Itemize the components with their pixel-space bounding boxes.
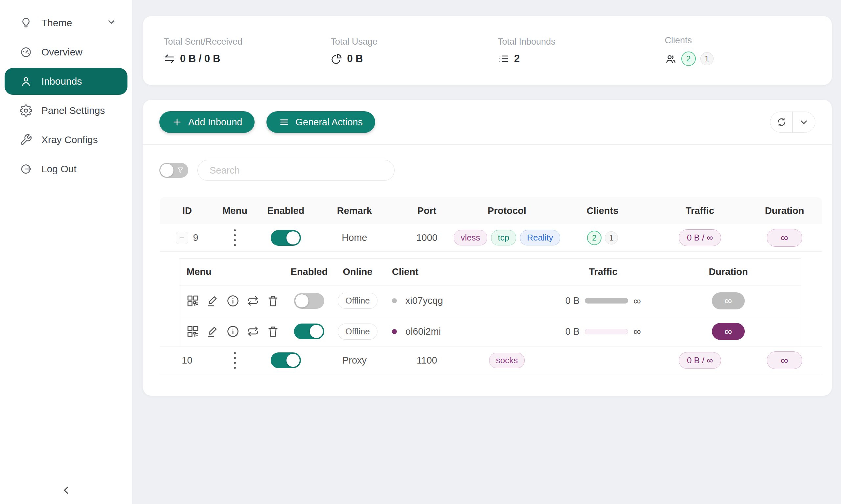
table-header-row: ID Menu Enabled Remark Port Protocol Cli… bbox=[160, 197, 822, 224]
user-icon bbox=[20, 75, 32, 88]
pie-chart-icon bbox=[331, 53, 343, 65]
client-status-dot bbox=[392, 329, 397, 334]
enabled-toggle[interactable] bbox=[271, 230, 301, 246]
qr-code-icon[interactable] bbox=[185, 293, 201, 308]
protocol-tag: vless bbox=[454, 230, 487, 246]
toggle-knob bbox=[287, 231, 299, 245]
sidebar-item-label: Log Out bbox=[41, 163, 76, 175]
inbound-id: 9 bbox=[193, 232, 198, 243]
toggle-knob bbox=[295, 294, 308, 307]
stat-clients: Clients 2 1 bbox=[665, 35, 832, 66]
sidebar-item-log-out[interactable]: Log Out bbox=[5, 156, 127, 182]
client-row-ol60i2mi: Offline ol60i2mi 0 B ∞ bbox=[179, 316, 801, 346]
sidebar-item-label: Inbounds bbox=[41, 76, 82, 87]
sidebar-item-theme[interactable]: Theme bbox=[5, 10, 127, 36]
sidebar-item-inbounds[interactable]: Inbounds bbox=[5, 68, 127, 95]
info-icon[interactable] bbox=[225, 293, 240, 308]
toggle-knob bbox=[310, 325, 323, 338]
inbounds-table: ID Menu Enabled Remark Port Protocol Cli… bbox=[160, 197, 822, 374]
logout-icon bbox=[20, 163, 32, 175]
sidebar-item-panel-settings[interactable]: Panel Settings bbox=[5, 97, 127, 124]
add-inbound-label: Add Inbound bbox=[188, 117, 242, 128]
clients-subtable: Menu Enabled Online Client Traffic Durat… bbox=[179, 258, 801, 346]
filter-toggle[interactable] bbox=[159, 163, 188, 178]
sidebar-item-label: Theme bbox=[41, 17, 72, 29]
cell-online: Offline bbox=[330, 293, 385, 309]
sidebar-item-label: Panel Settings bbox=[41, 105, 105, 116]
sub-header-menu: Menu bbox=[179, 267, 288, 277]
search-input[interactable] bbox=[198, 160, 395, 181]
sidebar-item-label: Overview bbox=[41, 47, 83, 58]
general-actions-button[interactable]: General Actions bbox=[267, 111, 375, 133]
stat-value: 0 B bbox=[347, 53, 363, 65]
lightbulb-icon bbox=[20, 17, 32, 29]
enabled-toggle[interactable] bbox=[271, 353, 301, 368]
cell-duration: ∞ bbox=[656, 323, 801, 340]
info-icon[interactable] bbox=[225, 324, 240, 339]
sidebar-item-xray-configs[interactable]: Xray Configs bbox=[5, 126, 127, 153]
cell-duration: ∞ bbox=[748, 229, 821, 247]
refresh-options-button[interactable] bbox=[793, 112, 815, 132]
stat-value: 0 B / 0 B bbox=[180, 53, 220, 65]
search-row bbox=[143, 145, 832, 181]
cell-online: Offline bbox=[330, 324, 385, 340]
traffic-used: 0 B bbox=[565, 326, 580, 337]
cell-id: 9 bbox=[160, 232, 214, 244]
header-duration: Duration bbox=[748, 205, 821, 216]
cell-port: 1100 bbox=[393, 355, 461, 366]
client-enabled-toggle[interactable] bbox=[294, 293, 324, 309]
reset-icon[interactable] bbox=[245, 324, 260, 339]
row-menu-button[interactable] bbox=[230, 228, 239, 248]
subtable-header-row: Menu Enabled Online Client Traffic Durat… bbox=[179, 258, 801, 286]
wrench-icon bbox=[20, 133, 32, 146]
header-clients: Clients bbox=[553, 205, 652, 216]
online-status-badge: Offline bbox=[338, 293, 377, 309]
sub-header-enabled: Enabled bbox=[288, 267, 330, 277]
client-name: ol60i2mi bbox=[406, 326, 441, 337]
list-icon bbox=[498, 53, 510, 65]
clients-deactivated-badge: 1 bbox=[700, 52, 714, 65]
edit-icon[interactable] bbox=[205, 293, 220, 308]
delete-icon[interactable] bbox=[265, 293, 280, 308]
sidebar: Theme Overview Inbounds Panel Settings X… bbox=[0, 0, 132, 504]
collapse-row-button[interactable] bbox=[176, 232, 188, 244]
cell-traffic: 0 B / ∞ bbox=[652, 229, 748, 246]
cell-id: 10 bbox=[160, 355, 214, 366]
toggle-knob bbox=[160, 164, 173, 177]
stat-value: 2 bbox=[514, 53, 520, 65]
sidebar-item-label: Xray Configs bbox=[41, 134, 98, 145]
client-row-xi07ycqg: Offline xi07ycqg 0 B ∞ bbox=[179, 286, 801, 316]
traffic-progress-bar bbox=[585, 298, 628, 304]
sub-header-traffic: Traffic bbox=[551, 267, 656, 277]
add-inbound-button[interactable]: Add Inbound bbox=[159, 111, 255, 133]
edit-icon[interactable] bbox=[205, 324, 220, 339]
row-menu-button[interactable] bbox=[230, 350, 239, 371]
qr-code-icon[interactable] bbox=[185, 324, 201, 339]
client-enabled-toggle[interactable] bbox=[294, 324, 324, 339]
duration-pill: ∞ bbox=[767, 229, 802, 247]
cell-remark: Proxy bbox=[316, 355, 393, 366]
toggle-knob bbox=[287, 354, 299, 367]
duration-pill: ∞ bbox=[712, 292, 745, 309]
sidebar-collapse-button[interactable] bbox=[58, 482, 74, 498]
delete-icon[interactable] bbox=[265, 324, 280, 339]
funnel-icon bbox=[176, 166, 185, 175]
sub-header-online: Online bbox=[330, 267, 385, 277]
stat-label: Clients bbox=[665, 35, 832, 46]
header-menu: Menu bbox=[214, 205, 256, 216]
online-status-badge: Offline bbox=[338, 324, 377, 340]
clients-deactivated-badge: 1 bbox=[605, 231, 618, 245]
inbound-row-10: 10 Proxy 1100 socks 0 B / ∞ bbox=[160, 346, 822, 374]
cell-menu bbox=[214, 228, 256, 248]
chevron-left-icon bbox=[61, 485, 72, 496]
cell-enabled bbox=[256, 353, 316, 368]
app-root: Theme Overview Inbounds Panel Settings X… bbox=[0, 0, 841, 504]
reset-icon[interactable] bbox=[245, 293, 260, 308]
menu-lines-icon bbox=[279, 117, 289, 127]
refresh-button[interactable] bbox=[770, 112, 793, 132]
sidebar-item-overview[interactable]: Overview bbox=[5, 39, 127, 66]
protocol-tag: socks bbox=[489, 353, 525, 368]
client-status-dot bbox=[392, 298, 397, 303]
cell-remark: Home bbox=[316, 232, 393, 243]
stat-total-sent-received: Total Sent/Received 0 B / 0 B bbox=[164, 37, 331, 65]
